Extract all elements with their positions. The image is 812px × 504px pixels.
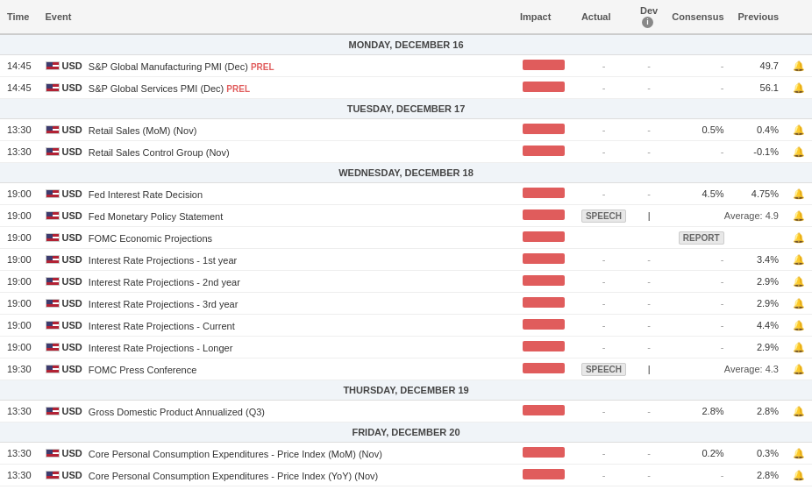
- event-name: USD Retail Sales Control Group (Nov): [39, 141, 513, 163]
- bell-icon[interactable]: 🔔: [793, 320, 805, 330]
- bell-cell[interactable]: 🔔: [786, 443, 812, 465]
- event-time: 19:00: [0, 205, 39, 227]
- consensus-value: 0.2%: [702, 448, 723, 458]
- bell-icon[interactable]: 🔔: [793, 60, 805, 71]
- day-header: WEDNESDAY, DECEMBER 18: [0, 163, 812, 183]
- consensus-cell: 0.5%: [665, 119, 730, 141]
- bell-icon[interactable]: 🔔: [793, 364, 805, 374]
- currency-badge: USD: [46, 298, 82, 309]
- dev-cell: -: [633, 183, 665, 205]
- bell-icon[interactable]: 🔔: [793, 298, 805, 309]
- bell-cell[interactable]: 🔔: [786, 293, 812, 315]
- bell-cell[interactable]: 🔔: [786, 358, 812, 380]
- consensus-cell: -: [665, 315, 730, 337]
- impact-bar: [523, 188, 565, 198]
- event-name: USD Core Personal Consumption Expenditur…: [39, 443, 513, 465]
- event-time: 13:30: [0, 443, 39, 465]
- day-header: THURSDAY, DECEMBER 19: [0, 380, 812, 401]
- consensus-cell: -: [665, 77, 730, 99]
- consensus-value: -: [721, 342, 724, 352]
- bell-cell[interactable]: 🔔: [786, 205, 812, 227]
- bell-cell[interactable]: 🔔: [786, 315, 812, 337]
- previous-value: 0.3%: [757, 448, 779, 458]
- table-row: 19:00 USD Fed Interest Rate Decision--4.…: [0, 183, 812, 205]
- previous-cell: 3.4%: [731, 249, 786, 271]
- dev-info-icon[interactable]: i: [642, 17, 653, 28]
- dev-value: -: [647, 124, 651, 135]
- event-name: USD Interest Rate Projections - 1st year: [39, 249, 513, 271]
- impact-bar: [523, 146, 565, 156]
- event-time: 14:45: [0, 77, 39, 99]
- bell-icon[interactable]: 🔔: [793, 210, 805, 221]
- speech-badge: SPEECH: [581, 363, 626, 376]
- bell-icon[interactable]: 🔔: [793, 448, 805, 458]
- impact-bar: [523, 447, 565, 458]
- actual-cell: -: [574, 271, 633, 293]
- bell-cell[interactable]: 🔔: [786, 465, 812, 486]
- bell-cell[interactable]: 🔔: [786, 227, 812, 249]
- bell-cell[interactable]: 🔔: [786, 337, 812, 358]
- day-label: WEDNESDAY, DECEMBER 18: [0, 163, 812, 183]
- consensus-cell: -: [665, 465, 730, 486]
- bell-icon[interactable]: 🔔: [793, 82, 805, 93]
- event-title: Core Personal Consumption Expenditures -…: [89, 449, 382, 459]
- bell-icon[interactable]: 🔔: [793, 188, 805, 199]
- actual-cell: -: [574, 443, 633, 465]
- previous-cell: 2.8%: [731, 401, 786, 422]
- impact-cell: [513, 271, 574, 293]
- impact-bar: [523, 405, 565, 415]
- bell-icon[interactable]: 🔔: [793, 342, 805, 352]
- consensus-value: 4.5%: [702, 188, 723, 199]
- event-time: 19:00: [0, 293, 39, 315]
- bell-cell[interactable]: 🔔: [786, 55, 812, 77]
- impact-cell: [513, 55, 574, 77]
- dev-cell: -: [633, 119, 665, 141]
- currency-label: USD: [62, 276, 82, 287]
- event-time: 13:30: [0, 465, 39, 486]
- bell-icon[interactable]: 🔔: [793, 276, 805, 287]
- actual-value: -: [602, 254, 606, 265]
- event-name: USD Gross Domestic Product Annualized (Q…: [39, 401, 513, 422]
- actual-cell: -: [574, 465, 633, 486]
- event-title: FOMC Economic Projections: [89, 233, 212, 244]
- bell-icon[interactable]: 🔔: [793, 124, 805, 135]
- bell-icon[interactable]: 🔔: [793, 470, 805, 480]
- event-time: 19:00: [0, 271, 39, 293]
- bell-cell[interactable]: 🔔: [786, 119, 812, 141]
- consensus-cell: -: [665, 293, 730, 315]
- consensus-cell: 0.2%: [665, 443, 730, 465]
- header-dev: Dev i: [633, 0, 665, 34]
- bell-cell[interactable]: 🔔: [786, 183, 812, 205]
- actual-value: -: [602, 188, 606, 199]
- bell-cell[interactable]: 🔔: [786, 77, 812, 99]
- impact-bar: [523, 60, 565, 70]
- previous-value: 2.8%: [757, 406, 779, 416]
- previous-value: 4.4%: [757, 320, 779, 330]
- average-text: Average: 4.9: [724, 210, 779, 221]
- actual-value: -: [602, 60, 606, 71]
- event-title: Gross Domestic Product Annualized (Q3): [89, 407, 265, 417]
- bell-cell[interactable]: 🔔: [786, 271, 812, 293]
- dev-cell: |: [633, 358, 665, 380]
- day-label: FRIDAY, DECEMBER 20: [0, 422, 812, 443]
- impact-bar: [523, 275, 565, 286]
- currency-badge: USD: [46, 364, 82, 374]
- dev-value: -: [647, 298, 651, 309]
- bell-cell[interactable]: 🔔: [786, 401, 812, 422]
- bell-icon[interactable]: 🔔: [793, 232, 805, 243]
- dev-value: -: [647, 470, 651, 480]
- bell-cell[interactable]: 🔔: [786, 249, 812, 271]
- previous-value: 49.7: [760, 60, 779, 71]
- bell-icon[interactable]: 🔔: [793, 406, 805, 416]
- header-impact: Impact: [513, 0, 574, 34]
- dev-cell: |: [633, 205, 665, 227]
- bell-icon[interactable]: 🔔: [793, 146, 805, 157]
- prel-tag: PREL: [226, 84, 250, 94]
- bell-icon[interactable]: 🔔: [793, 254, 805, 265]
- bell-cell[interactable]: 🔔: [786, 141, 812, 163]
- impact-bar: [523, 363, 565, 373]
- flag-icon: [46, 189, 60, 198]
- consensus-cell: Average: 4.9: [665, 205, 786, 227]
- actual-cell: -: [574, 77, 633, 99]
- previous-cell: 2.9%: [731, 271, 786, 293]
